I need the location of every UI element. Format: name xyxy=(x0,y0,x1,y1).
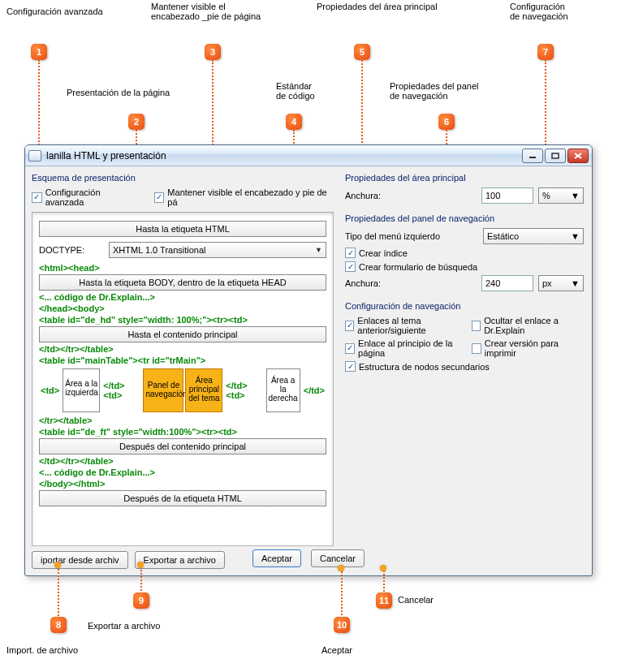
chevron-down-icon: ▼ xyxy=(315,246,322,254)
main-area-title: Propiedades del área principal xyxy=(345,173,584,183)
callout-dot xyxy=(338,565,344,571)
create-index-label: Crear índice xyxy=(359,248,408,258)
layout-section-title: Esquema de presentación xyxy=(32,173,334,183)
code-dr-head: <... código de Dr.Explain...> xyxy=(39,292,326,302)
callout-label-6: Propiedades del panel de navegación xyxy=(390,81,478,101)
subnodes-checkbox[interactable]: ✓ xyxy=(345,361,356,372)
doctype-label: DOCTYPE: xyxy=(39,245,104,255)
prevnext-label: Enlaces al tema anterior/siguiente xyxy=(357,316,471,335)
doctype-dropdown[interactable]: XHTML 1.0 Transitional ▼ xyxy=(109,242,326,258)
callout-line xyxy=(383,568,385,594)
callout-label-2: Presentación de la página xyxy=(67,88,170,97)
cell-right-area[interactable]: Área a la derecha xyxy=(266,368,300,412)
tag-tdtd-1: </td><td> xyxy=(101,381,141,400)
window-title: lanilla HTML y presentación xyxy=(46,150,520,162)
callout-line xyxy=(341,568,343,618)
code-close-hd: </td></tr></table> xyxy=(39,344,326,354)
slot-after-html[interactable]: Después de la etiqueta HTML xyxy=(39,490,326,506)
cancel-button[interactable]: Cancelar xyxy=(311,549,365,567)
create-search-label: Crear formulario de búsqueda xyxy=(359,262,477,272)
keep-header-checkbox[interactable]: ✓ xyxy=(154,192,165,203)
callout-bullet-1: 1 xyxy=(31,44,47,60)
tag-tdtd-2: </td><td> xyxy=(224,381,264,400)
code-body-html: </body></html> xyxy=(39,479,326,489)
callout-dot xyxy=(380,565,386,571)
doctype-value: XHTML 1.0 Transitional xyxy=(113,245,206,255)
nav-width-unit-dropdown[interactable]: px ▼ xyxy=(538,275,584,291)
code-close-main: </tr></table> xyxy=(39,416,326,425)
callout-label-9: Exportar a archivo xyxy=(88,621,160,631)
callout-label-7: Configuración de navegación xyxy=(510,2,568,21)
left-pane: Esquema de presentación ✓ Configuración … xyxy=(25,166,340,575)
subnodes-label: Estructura de nodos secundarios xyxy=(359,362,490,372)
top-link-label: Enlace al principio de la página xyxy=(358,338,472,358)
callout-bullet-7: 7 xyxy=(537,44,554,60)
code-table-hd: <table id="de_hd" style="width: 100%;"><… xyxy=(39,315,326,325)
create-search-checkbox[interactable]: ✓ xyxy=(345,261,356,272)
print-version-checkbox[interactable]: ✓ xyxy=(472,343,481,354)
callout-bullet-6: 6 xyxy=(438,114,455,130)
print-version-label: Crear versión para imprimir xyxy=(485,338,584,358)
keep-header-label: Mantener visible el encabezado y pie de … xyxy=(167,187,334,207)
cell-nav-panel[interactable]: Panel de navegación xyxy=(143,368,183,412)
nav-width-input[interactable]: 240 xyxy=(481,275,533,291)
callout-bullet-3: 3 xyxy=(205,44,221,60)
chevron-down-icon: ▼ xyxy=(571,278,580,288)
callout-label-8: Import. de archivo xyxy=(6,645,78,655)
hide-dr-label: Ocultar el enlace a Dr.Explain xyxy=(484,316,584,335)
advanced-config-checkbox[interactable]: ✓ xyxy=(32,192,42,203)
callout-dot xyxy=(54,562,61,568)
callout-bullet-2: 2 xyxy=(128,114,145,130)
tag-td-close: </td> xyxy=(302,386,326,395)
slot-before-main[interactable]: Hasta el contenido principal xyxy=(39,326,326,342)
titlebar: lanilla HTML y presentación xyxy=(25,145,592,166)
tag-td-open: <td> xyxy=(39,386,61,395)
svg-rect-1 xyxy=(552,153,559,158)
hide-dr-checkbox[interactable]: ✓ xyxy=(472,321,481,331)
code-table-ft: <table id="de_ft" style="width:100%"><tr… xyxy=(39,427,326,437)
callout-bullet-4: 4 xyxy=(286,114,302,130)
chevron-down-icon: ▼ xyxy=(571,231,580,241)
ok-button[interactable]: Aceptar xyxy=(252,549,301,567)
callout-label-1: Configuración avanzada xyxy=(6,6,103,16)
prevnext-checkbox[interactable]: ✓ xyxy=(345,321,354,331)
window-icon xyxy=(28,150,41,162)
create-index-checkbox[interactable]: ✓ xyxy=(345,248,356,258)
minimize-button[interactable] xyxy=(522,149,543,163)
cell-left-area[interactable]: Área a la izquierda xyxy=(63,368,100,412)
nav-panel-title: Propiedades del panel de navegación xyxy=(345,213,584,223)
callout-line xyxy=(58,563,59,618)
right-pane: Propiedades del área principal Anchura: … xyxy=(340,166,592,575)
nav-config-title: Configuración de navegación xyxy=(345,301,584,311)
menu-type-label: Tipo del menú izquierdo xyxy=(345,231,483,241)
nav-width-label: Anchura: xyxy=(345,278,481,288)
slot-before-html[interactable]: Hasta la etiqueta HTML xyxy=(39,221,326,237)
maximize-button[interactable] xyxy=(545,149,566,163)
main-width-input[interactable]: 100 xyxy=(481,187,533,204)
code-close-ft: </td></tr></table> xyxy=(39,456,326,466)
callout-bullet-11: 11 xyxy=(376,592,392,609)
close-button[interactable] xyxy=(567,149,589,163)
code-dr-foot: <... código de Dr.Explain...> xyxy=(39,467,326,477)
layout-preview: Hasta la etiqueta HTML DOCTYPE: XHTML 1.… xyxy=(32,212,334,546)
callout-bullet-10: 10 xyxy=(334,617,350,633)
slot-in-head[interactable]: Hasta la etiqueta BODY, dentro de la eti… xyxy=(39,274,326,291)
callout-dot xyxy=(137,562,144,568)
chevron-down-icon: ▼ xyxy=(571,191,580,200)
callout-bullet-5: 5 xyxy=(354,44,370,60)
dialog-window: lanilla HTML y presentación Esquema de p… xyxy=(24,144,593,576)
slot-after-main[interactable]: Después del contenido principal xyxy=(39,438,326,454)
code-html-head: <html><head> xyxy=(39,263,326,273)
nav-width-unit-value: px xyxy=(542,278,552,288)
callout-label-10: Aceptar xyxy=(321,645,352,655)
code-head-body: </head><body> xyxy=(39,304,326,313)
menu-type-dropdown[interactable]: Estático ▼ xyxy=(483,228,584,244)
advanced-config-label: Configuración avanzada xyxy=(45,187,139,207)
top-link-checkbox[interactable]: ✓ xyxy=(345,343,355,354)
cell-main-area[interactable]: Área principal del tema xyxy=(185,368,222,412)
menu-type-value: Estático xyxy=(487,231,519,241)
layout-cells: <td> Área a la izquierda </td><td> Panel… xyxy=(39,368,326,412)
callout-label-4: Estándar de código xyxy=(276,81,315,101)
main-width-unit-dropdown[interactable]: % ▼ xyxy=(538,187,584,204)
main-width-unit-value: % xyxy=(542,191,550,200)
